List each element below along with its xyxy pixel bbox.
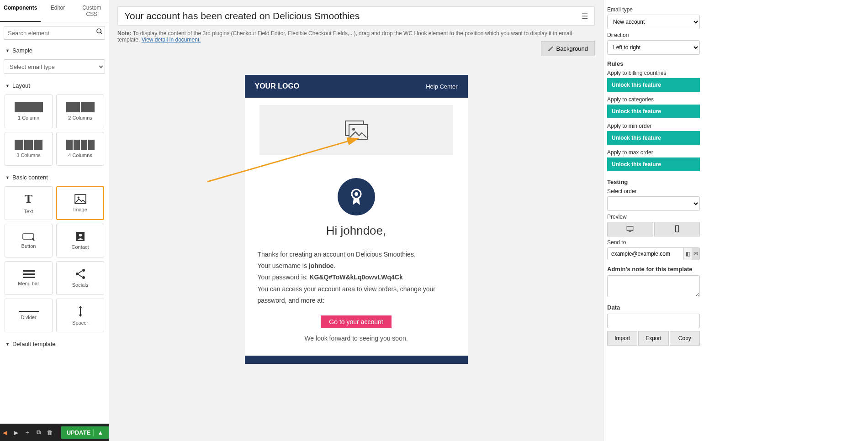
image-dropzone[interactable] <box>259 105 453 155</box>
caret-down-icon: ▼ <box>5 175 10 180</box>
update-button[interactable]: UPDATE▲ <box>61 426 109 439</box>
rules-heading: Rules <box>607 60 700 67</box>
section-sample[interactable]: ▼Sample <box>0 43 109 58</box>
svg-rect-22 <box>627 226 633 230</box>
title-bar: Your account has been created on Delicio… <box>117 6 595 26</box>
svg-point-6 <box>79 234 82 236</box>
send-to-label: Send to <box>607 239 700 246</box>
svg-rect-8 <box>23 273 35 275</box>
testing-heading: Testing <box>607 178 700 185</box>
image-icon <box>74 194 86 204</box>
go-to-account-button[interactable]: Go to your account <box>321 315 391 328</box>
section-basic-content[interactable]: ▼Basic content <box>0 170 109 184</box>
export-button[interactable]: Export <box>638 331 668 346</box>
svg-point-12 <box>82 276 85 279</box>
svg-point-11 <box>76 273 79 275</box>
svg-line-1 <box>101 32 102 34</box>
section-default-template[interactable]: ▼Default template <box>0 337 109 351</box>
email-type-select[interactable]: New account <box>607 15 700 29</box>
tile-4-columns[interactable]: 4 Columns <box>56 132 104 166</box>
admin-note-textarea[interactable] <box>607 275 700 297</box>
preview-desktop-button[interactable] <box>607 222 653 236</box>
email-type-label: Email type <box>607 6 700 13</box>
note-link[interactable]: View detail in document. <box>142 37 201 43</box>
tile-divider[interactable]: Divider <box>5 299 53 332</box>
sample-select[interactable]: Select email type <box>4 59 105 74</box>
tile-1-column[interactable]: 1 Column <box>5 94 53 128</box>
tile-button[interactable]: Button <box>5 224 53 257</box>
right-panel: Email type New account Direction Left to… <box>603 0 704 441</box>
pencil-icon <box>548 46 554 52</box>
back-button[interactable]: ◀ <box>0 424 10 441</box>
email-header[interactable]: YOUR LOGO Help Center <box>245 75 468 98</box>
button-icon <box>22 232 35 241</box>
direction-label: Direction <box>607 32 700 38</box>
badge-icon <box>338 178 375 215</box>
send-to-input[interactable] <box>608 248 683 260</box>
tile-2-columns[interactable]: 2 Columns <box>56 94 104 128</box>
unlock-min-order-button[interactable]: Unlock this feature <box>607 131 700 145</box>
svg-rect-2 <box>75 194 86 204</box>
caret-down-icon: ▼ <box>5 84 10 88</box>
left-panel: Components Editor Custom CSS ▼Sample Sel… <box>0 0 109 441</box>
tile-menu-bar[interactable]: Menu bar <box>5 261 53 295</box>
import-button[interactable]: Import <box>607 331 637 346</box>
email-body[interactable]: Thanks for creating an account on Delici… <box>245 249 468 306</box>
send-email-button[interactable]: ✉ <box>692 248 700 260</box>
closing-text: We look forward to seeing you soon. <box>245 335 468 342</box>
delete-button[interactable]: 🗑 <box>44 424 54 441</box>
tile-text[interactable]: TText <box>5 186 53 220</box>
email-preview: YOUR LOGO Help Center Hi johndoe, Thanks… <box>245 75 468 364</box>
tile-image[interactable]: Image <box>56 186 104 220</box>
tile-spacer[interactable]: Spacer <box>56 299 104 332</box>
email-footer <box>245 356 468 364</box>
mobile-icon <box>675 225 679 232</box>
svg-point-3 <box>77 197 79 199</box>
select-order-label: Select order <box>607 188 700 194</box>
select-order-select[interactable] <box>607 196 700 211</box>
greeting: Hi johndoe, <box>245 224 468 238</box>
svg-point-21 <box>355 192 358 196</box>
email-logo: YOUR LOGO <box>255 82 300 90</box>
text-icon: T <box>25 192 32 206</box>
tab-custom-css[interactable]: Custom CSS <box>75 0 109 22</box>
unlock-max-order-button[interactable]: Unlock this feature <box>607 158 700 171</box>
add-button[interactable]: ＋ <box>22 424 32 441</box>
min-order-label: Apply to min order <box>607 123 700 129</box>
tab-components[interactable]: Components <box>0 0 41 22</box>
svg-rect-9 <box>23 277 35 278</box>
caret-down-icon: ▼ <box>5 48 10 53</box>
tab-editor[interactable]: Editor <box>41 0 74 22</box>
contact-icon <box>75 231 86 242</box>
svg-rect-24 <box>675 225 678 231</box>
direction-select[interactable]: Left to right <box>607 40 700 55</box>
hamburger-icon[interactable]: ☰ <box>582 12 588 21</box>
copy-button[interactable]: Copy <box>670 331 700 346</box>
svg-point-0 <box>97 29 101 33</box>
search-icon[interactable] <box>96 28 103 37</box>
spacer-icon <box>76 305 85 317</box>
section-layout[interactable]: ▼Layout <box>0 79 109 93</box>
search-input[interactable] <box>4 26 105 40</box>
max-order-label: Apply to max order <box>607 149 700 156</box>
tile-socials[interactable]: Socials <box>56 261 104 295</box>
tabs: Components Editor Custom CSS <box>0 0 109 22</box>
tile-3-columns[interactable]: 3 Columns <box>5 132 53 166</box>
unlock-categories-button[interactable]: Unlock this feature <box>607 105 700 118</box>
background-button[interactable]: Background <box>541 41 595 56</box>
data-input[interactable] <box>607 314 700 328</box>
preview-label: Preview <box>607 214 700 220</box>
share-icon <box>74 268 86 279</box>
admin-note-heading: Admin's note for this template <box>607 266 700 273</box>
unlock-billing-button[interactable]: Unlock this feature <box>607 78 700 92</box>
preview-mobile-button[interactable] <box>654 222 700 236</box>
help-center-link[interactable]: Help Center <box>426 83 457 90</box>
contacts-icon[interactable]: ◧ <box>683 248 692 260</box>
copy-button[interactable]: ⧉ <box>33 424 43 441</box>
svg-point-19 <box>352 128 355 131</box>
play-button[interactable]: ▶ <box>11 424 21 441</box>
bottom-bar: ◀ ▶ ＋ ⧉ 🗑 UPDATE▲ <box>0 424 109 441</box>
tile-contact[interactable]: Contact <box>56 224 104 257</box>
note-text: Note: To display the content of the 3rd … <box>117 30 595 43</box>
caret-up-icon[interactable]: ▲ <box>93 429 103 436</box>
